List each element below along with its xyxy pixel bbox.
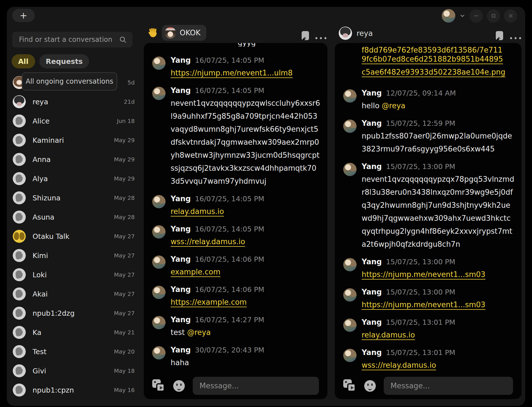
message-author[interactable]: Yang <box>171 56 191 64</box>
message-link[interactable]: relay.damus.io <box>362 331 415 339</box>
message-author[interactable]: Yang <box>171 255 191 263</box>
avatar <box>13 326 26 339</box>
message-timestamp: 15/07/25, 13:00 PM <box>386 258 455 266</box>
attach-media-icon[interactable] <box>152 379 165 392</box>
list-item[interactable]: Otaku Talk May 27 <box>12 227 135 246</box>
list-item[interactable]: Alice Jun 18 <box>12 111 135 131</box>
list-item[interactable]: Kaminari May 29 <box>12 131 135 150</box>
message-author[interactable]: Yang <box>171 194 191 203</box>
message-link[interactable]: https://njump.me/nevent1...ulm8 <box>171 69 293 77</box>
message-author[interactable]: Yang <box>362 89 382 97</box>
conversation-date: May 18 <box>114 367 135 374</box>
avatar[interactable] <box>343 89 357 103</box>
message: Yang 15/07/25, 13:01 PM wss://relay.damu… <box>343 348 515 372</box>
list-item[interactable]: Kimi May 27 <box>12 246 135 265</box>
maximize-button[interactable] <box>487 9 500 23</box>
list-item[interactable]: Shizuna May 28 <box>12 188 135 207</box>
search-input[interactable] <box>12 36 119 44</box>
avatar[interactable] <box>343 319 357 332</box>
mention-reya[interactable]: @reya <box>382 101 405 110</box>
message: Yang 16/07/25, 14:05 PM nevent1qvzqqqqqq… <box>152 86 321 188</box>
list-item[interactable]: Loki May 27 <box>12 265 135 284</box>
conversation-date: May 29 <box>114 137 135 144</box>
message-timestamp: 16/07/25, 14:05 PM <box>195 86 264 95</box>
message-author[interactable]: Yang <box>362 318 382 326</box>
close-icon <box>508 13 514 19</box>
list-item[interactable]: reya 21d <box>12 92 135 111</box>
message-author[interactable]: Yang <box>362 257 382 266</box>
mention-reya[interactable]: @reya <box>187 328 211 337</box>
avatar[interactable] <box>152 225 166 239</box>
new-conversation-button[interactable]: + <box>12 9 35 22</box>
message-author[interactable]: Yang <box>171 315 191 324</box>
avatar[interactable] <box>152 195 166 208</box>
conversation-date: May 28 <box>114 214 135 220</box>
emoji-picker-icon[interactable] <box>173 380 185 392</box>
compose-note-icon[interactable] <box>301 31 310 41</box>
list-item[interactable]: npub1:cpzn May 16 <box>12 380 135 400</box>
message-author[interactable]: Yang <box>171 225 191 233</box>
list-item[interactable]: Givi May 18 <box>12 361 135 380</box>
emoji-picker-icon[interactable] <box>364 380 376 392</box>
conversation-name: Kaminari <box>33 136 114 144</box>
list-item[interactable]: Test May 20 <box>12 342 135 361</box>
message-timestamp: 15/07/25, 13:00 PM <box>386 163 455 171</box>
list-item[interactable]: Anna May 29 <box>12 150 135 169</box>
avatar[interactable] <box>152 286 166 299</box>
list-item[interactable]: Akai May 27 <box>12 284 135 304</box>
tab-requests[interactable]: Requests <box>39 54 89 68</box>
avatar[interactable] <box>152 87 166 100</box>
message-author[interactable]: Yang <box>362 162 382 171</box>
avatar[interactable] <box>152 346 166 360</box>
current-user-avatar[interactable] <box>442 9 455 23</box>
minimize-button[interactable] <box>469 9 483 23</box>
close-button[interactable] <box>504 9 517 23</box>
message-link[interactable]: https://njump.me/nevent1...sm03 <box>362 300 485 309</box>
message-input[interactable] <box>384 377 513 395</box>
message: Yang 15/07/25, 13:00 PM https://njump.me… <box>343 288 515 311</box>
avatar <box>13 191 26 204</box>
avatar[interactable] <box>152 57 166 70</box>
message-link[interactable]: relay.damus.io <box>171 207 224 216</box>
message: Yang 15/07/25, 13:00 PM https://njump.me… <box>343 257 515 281</box>
message-author[interactable]: Yang <box>362 119 382 127</box>
active-chat-peer-reya[interactable]: reya <box>339 27 373 40</box>
message-link[interactable]: wss://relay.damus.io <box>171 237 245 246</box>
avatar <box>13 95 26 108</box>
list-item[interactable]: Asuna May 28 <box>12 207 135 227</box>
list-item[interactable]: npub1:2dzg May 27 <box>12 304 135 323</box>
avatar[interactable] <box>343 163 357 176</box>
message-timestamp: 16/07/25, 14:06 PM <box>195 285 264 294</box>
avatar <box>13 249 26 262</box>
message-author[interactable]: Yang <box>362 288 382 296</box>
avatar[interactable] <box>343 120 357 133</box>
list-item[interactable]: Ka May 21 <box>12 323 135 342</box>
tab-all[interactable]: All <box>12 54 35 68</box>
message-author[interactable]: Yang <box>362 348 382 357</box>
message-link[interactable]: https://njump.me/nevent1...sm03 <box>362 270 485 279</box>
active-chat-peer-okok[interactable]: OKOK <box>162 25 206 41</box>
message-compose-bar <box>343 376 513 395</box>
avatar[interactable] <box>152 256 166 269</box>
more-options-icon[interactable] <box>509 37 522 40</box>
message-link[interactable]: https://example.com <box>171 298 247 306</box>
message-author[interactable]: Yang <box>171 86 191 95</box>
avatar[interactable] <box>343 288 357 302</box>
message-timestamp: 15/07/25, 12:59 PM <box>386 119 455 127</box>
message-input[interactable] <box>193 377 319 395</box>
clipped-image-link[interactable]: f8dd769e762fe83593d6f13586/7e711 9fc6b07… <box>343 44 515 79</box>
avatar[interactable] <box>343 258 357 271</box>
avatar[interactable] <box>152 316 166 329</box>
chevron-down-icon[interactable] <box>459 13 466 19</box>
attach-media-icon[interactable] <box>343 379 356 392</box>
message-link[interactable]: wss://relay.damus.io <box>362 361 436 369</box>
avatar[interactable] <box>343 349 357 362</box>
message-link[interactable]: example.com <box>171 268 220 276</box>
message-timestamp: 16/07/25, 14:27 PM <box>195 316 264 324</box>
compose-note-icon[interactable] <box>495 31 504 41</box>
conversation-date: May 27 <box>114 291 135 297</box>
list-item[interactable]: Alya May 29 <box>12 169 135 188</box>
more-options-icon[interactable] <box>315 37 327 40</box>
message-author[interactable]: Yang <box>171 346 191 354</box>
message-author[interactable]: Yang <box>171 285 191 294</box>
